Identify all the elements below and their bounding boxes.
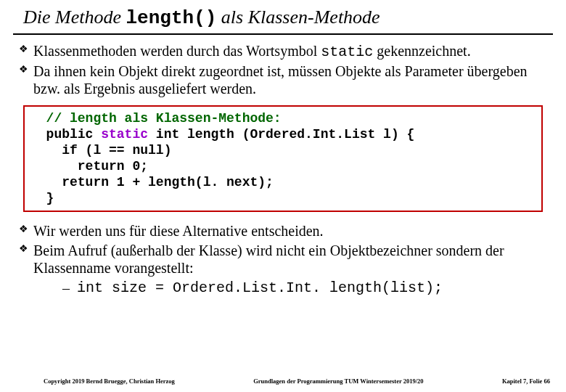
code-line: } xyxy=(30,191,54,205)
code-box: // length als Klassen-Methode: public st… xyxy=(23,105,543,213)
code-line: // length als Klassen-Methode: xyxy=(30,111,282,126)
sub-bullet-list: int size = Ordered.List.Int. length(list… xyxy=(33,279,549,298)
code-keyword: static xyxy=(101,127,148,142)
sub-bullet-text: int size = Ordered.List.Int. length(list… xyxy=(77,279,443,296)
code-line: if (l == null) xyxy=(30,143,171,158)
bullet-text: Beim Aufruf (außerhalb der Klasse) wird … xyxy=(33,242,504,276)
bullet-text: Klassenmethoden werden durch das Wortsym… xyxy=(33,43,321,59)
code-line: public xyxy=(30,127,101,142)
bullet-text: Wir werden uns für diese Alternative ent… xyxy=(33,223,324,239)
bottom-bullet-list: Wir werden uns für diese Alternative ent… xyxy=(13,222,553,297)
top-bullet-list: Klassenmethoden werden durch das Wortsym… xyxy=(13,42,553,98)
bullet-text: gekennzeichnet. xyxy=(373,43,470,59)
bullet-item: Wir werden uns für diese Alternative ent… xyxy=(17,222,549,240)
slide: Die Methode length() als Klassen-Methode… xyxy=(0,0,566,392)
code-line: return 1 + length(l. next); xyxy=(30,175,274,189)
footer-right: Kapitel 7, Folie 66 xyxy=(502,377,550,385)
sub-bullet-item: int size = Ordered.List.Int. length(list… xyxy=(62,279,549,298)
code-line: int length (Ordered.Int.List l) { xyxy=(148,127,414,142)
bullet-item: Beim Aufruf (außerhalb der Klasse) wird … xyxy=(17,242,549,298)
title-divider xyxy=(13,33,553,35)
slide-title: Die Methode length() als Klassen-Methode xyxy=(23,7,553,29)
slide-footer: Copyright 2019 Bernd Bruegge, Christian … xyxy=(0,377,566,385)
footer-left: Copyright 2019 Bernd Bruegge, Christian … xyxy=(44,377,175,385)
bullet-item: Klassenmethoden werden durch das Wortsym… xyxy=(17,42,549,61)
bullet-text: Da ihnen kein Objekt direkt zugeordnet i… xyxy=(33,63,528,97)
title-post: als Klassen-Methode xyxy=(216,7,380,28)
bullet-code: static xyxy=(321,44,373,60)
footer-center: Grundlagen der Programmierung TUM Winter… xyxy=(253,377,423,385)
title-pre: Die Methode xyxy=(23,7,126,28)
code-line: return 0; xyxy=(30,159,148,173)
bullet-item: Da ihnen kein Objekt direkt zugeordnet i… xyxy=(17,62,549,98)
title-code: length() xyxy=(126,7,217,29)
